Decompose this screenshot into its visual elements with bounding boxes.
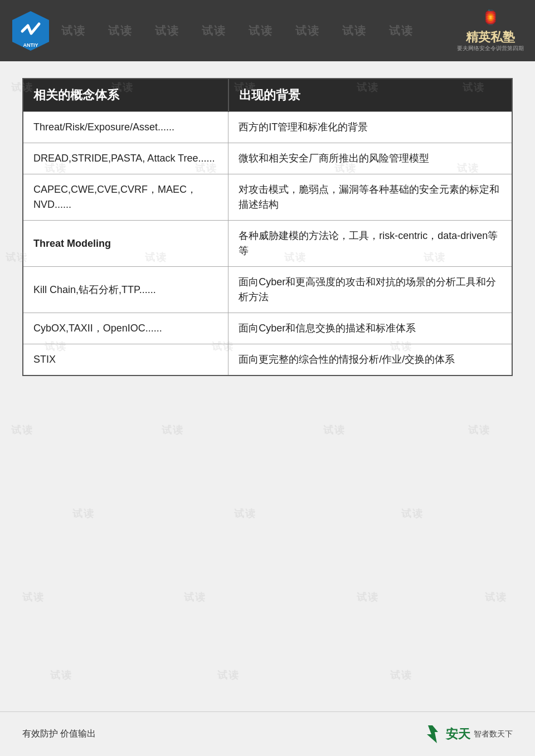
wm-20: 试读 [72,507,95,520]
col-header-left: 相关的概念体系 [23,79,228,112]
wm-29: 试读 [390,669,412,682]
wm-21: 试读 [234,507,256,520]
footer-logo-icon [422,724,442,744]
main-content: 相关的概念体系 出现的背景 Threat/Risk/Exposure/Asset… [0,61,535,393]
table-cell-left-0: Threat/Risk/Exposure/Asset...... [23,112,228,143]
svg-text:🏮: 🏮 [481,9,500,26]
header-wm-1: 试读 [61,23,86,38]
table-cell-left-3: Threat Modeling [23,221,228,267]
table-row: Kill Chain,钻石分析,TTP......面向Cyber和更高强度的攻击… [23,267,512,313]
wm-27: 试读 [50,669,72,682]
table-cell-right-0: 西方的IT管理和标准化的背景 [228,112,512,143]
wm-19: 试读 [468,423,490,437]
table-cell-right-3: 各种威胁建模的方法论，工具，risk-centric，data-driven等等 [228,221,512,267]
table-row: STIX面向更完整的综合性的情报分析/作业/交换的体系 [23,344,512,376]
table-row: DREAD,STRIDE,PASTA, Attack Tree......微软和… [23,143,512,174]
header-watermark-strip: 试读 试读 试读 试读 试读 试读 试读 试读 [0,0,535,61]
wm-24: 试读 [184,591,206,604]
table-cell-left-6: STIX [23,344,228,376]
wm-23: 试读 [22,591,45,604]
wm-16: 试读 [11,423,33,437]
footer-slogan: 有效防护 价值输出 [22,728,96,740]
header-wm-4: 试读 [202,23,226,38]
wm-18: 试读 [323,423,346,437]
concept-table: 相关的概念体系 出现的背景 Threat/Risk/Exposure/Asset… [22,78,513,376]
table-cell-right-2: 对攻击模式，脆弱点，漏洞等各种基础的安全元素的标定和描述结构 [228,174,512,221]
table-cell-right-1: 微软和相关安全厂商所推出的风险管理模型 [228,143,512,174]
wm-17: 试读 [162,423,184,437]
header-wm-8: 试读 [389,23,414,38]
header: ANTIY 试读 试读 试读 试读 试读 试读 试读 试读 🏮 精英私塾 要夫网… [0,0,535,61]
svg-marker-3 [427,725,438,743]
table-cell-right-5: 面向Cyber和信息交换的描述和标准体系 [228,313,512,344]
table-cell-left-5: CybOX,TAXII，OpenIOC...... [23,313,228,344]
footer: 有效防护 价值输出 安天 智者数天下 [0,711,535,756]
footer-brand: 安天 智者数天下 [422,724,513,744]
table-row: Threat Modeling各种威胁建模的方法论，工具，risk-centri… [23,221,512,267]
footer-brand-tagline: 智者数天下 [474,729,513,739]
wm-22: 试读 [401,507,424,520]
table-cell-right-6: 面向更完整的综合性的情报分析/作业/交换的体系 [228,344,512,376]
table-cell-left-2: CAPEC,CWE,CVE,CVRF，MAEC，NVD...... [23,174,228,221]
table-cell-right-4: 面向Cyber和更高强度的攻击和对抗的场景的分析工具和分析方法 [228,267,512,313]
table-cell-left-1: DREAD,STRIDE,PASTA, Attack Tree...... [23,143,228,174]
table-cell-left-4: Kill Chain,钻石分析,TTP...... [23,267,228,313]
brand-name: 精英私塾 [466,31,515,43]
wm-26: 试读 [485,591,507,604]
footer-brand-name: 安天 [446,726,470,743]
brand-subtitle: 要夫网络安全令训营第四期 [457,45,524,52]
header-wm-3: 试读 [155,23,179,38]
table-row: CAPEC,CWE,CVE,CVRF，MAEC，NVD......对攻击模式，脆… [23,174,512,221]
header-wm-5: 试读 [249,23,273,38]
table-row: Threat/Risk/Exposure/Asset......西方的IT管理和… [23,112,512,143]
header-brand: 🏮 精英私塾 要夫网络安全令训营第四期 [457,9,524,52]
brand-icon: 🏮 [475,9,506,31]
wm-25: 试读 [357,591,379,604]
table-row: CybOX,TAXII，OpenIOC......面向Cyber和信息交换的描述… [23,313,512,344]
header-wm-7: 试读 [342,23,367,38]
col-header-right: 出现的背景 [228,79,512,112]
header-wm-2: 试读 [108,23,133,38]
header-wm-6: 试读 [295,23,320,38]
wm-28: 试读 [217,669,240,682]
